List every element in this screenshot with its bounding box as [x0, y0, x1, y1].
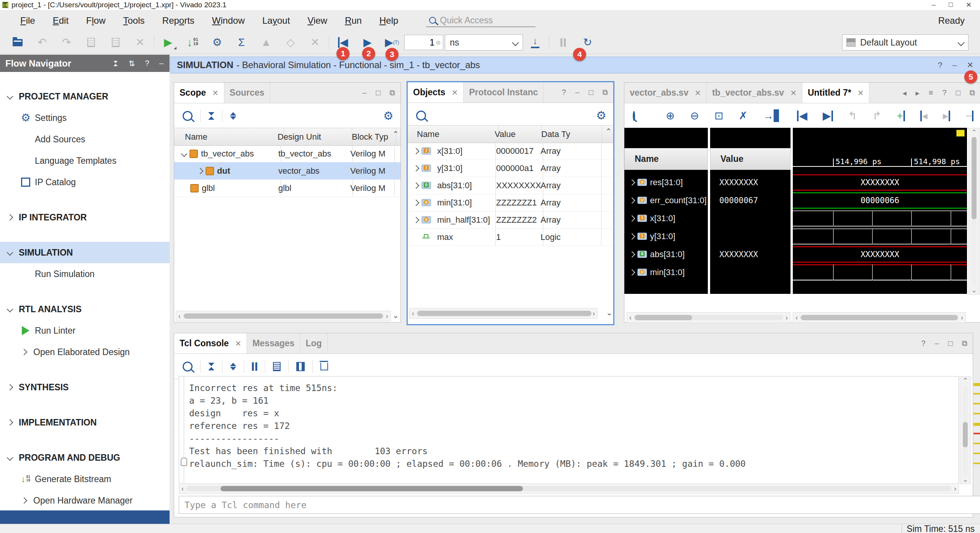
console-hscrollbar[interactable]: ‹› [179, 483, 959, 494]
marker-yellow-thick[interactable] [973, 423, 980, 426]
nav-section-header-ip-integrator[interactable]: IP INTEGRATOR [0, 207, 170, 228]
minimize-icon[interactable]: – [935, 339, 939, 348]
wave-signal-name[interactable]: y[31:0] [624, 227, 708, 245]
close-icon[interactable]: ✕ [212, 88, 219, 98]
cancel-disabled-button[interactable]: ✕ [303, 34, 327, 51]
objects-row-min_half[31:0][interactable]: min_half[31:0] ZZZZZZZ2 Array [408, 211, 613, 229]
objects-row-min[31:0][interactable]: min[31:0] ZZZZZZZ1 Array [408, 194, 613, 212]
nav-section-header-synthesis[interactable]: SYNTHESIS [0, 377, 170, 398]
column-header[interactable]: Data Ty [536, 126, 602, 143]
expand-all-icon[interactable] [230, 363, 236, 370]
collapse-all-icon[interactable] [208, 363, 214, 370]
menu-icon[interactable]: ≡ [929, 88, 933, 97]
tab-sources[interactable]: Sources [224, 83, 270, 103]
marker-yellow[interactable] [973, 453, 980, 454]
next-tab-icon[interactable]: ▸ [916, 88, 920, 98]
settings-gear-button[interactable]: ⚙ [205, 34, 229, 51]
scroll-down-icon[interactable]: ⌄ [606, 308, 612, 317]
next-transition-icon[interactable]: ▶ [823, 111, 833, 121]
close-icon[interactable]: ✕ [790, 88, 797, 98]
close-icon[interactable]: ✕ [694, 88, 701, 98]
marker-yellow[interactable] [973, 403, 980, 404]
chevron-icon[interactable] [181, 150, 188, 157]
tab-tcl-console[interactable]: Tcl Console✕ [174, 333, 247, 354]
tcl-command-input[interactable] [179, 496, 980, 514]
menu-edit[interactable]: Edit [44, 13, 77, 28]
menu-run[interactable]: Run [336, 13, 371, 28]
help-icon[interactable]: ? [921, 339, 925, 348]
layout-select[interactable]: Default Layout [842, 34, 969, 51]
wave-signal-name[interactable]: x[31:0] [624, 209, 708, 227]
redo-wave-icon[interactable]: ↱ [872, 111, 881, 121]
step-button[interactable]: ↓ [523, 34, 547, 51]
window-close-icon[interactable]: ✕ [966, 1, 972, 9]
column-header[interactable]: Name [408, 126, 499, 143]
minimize-icon[interactable]: – [952, 60, 957, 70]
chevron-icon[interactable] [197, 168, 204, 174]
window-minimize-icon[interactable]: – [932, 1, 936, 9]
float-icon[interactable]: ⧉ [970, 88, 975, 97]
search-icon[interactable] [416, 111, 426, 121]
marker-yellow-thick[interactable] [973, 383, 980, 386]
open-project-button[interactable] [5, 34, 30, 51]
objects-row-abs[31:0][interactable]: abs[31:0] XXXXXXXX Array [408, 177, 613, 194]
float-icon[interactable]: ⧉ [962, 339, 967, 348]
marker-yellow[interactable] [973, 393, 980, 394]
validate-button[interactable]: ▲ [254, 34, 278, 51]
wave-plot-hscrollbar[interactable]: ‹› [793, 312, 966, 323]
remove-marker-icon[interactable]: − [965, 111, 973, 121]
menu-layout[interactable]: Layout [253, 13, 299, 28]
scope-row-dut[interactable]: dut vector_abs Verilog M [174, 162, 400, 180]
tab-protocol-instanc[interactable]: Protocol Instanc [464, 82, 544, 103]
search-icon[interactable] [183, 111, 193, 121]
wave-row-min[31:0][interactable] [793, 263, 967, 281]
maximize-icon[interactable]: □ [589, 88, 593, 97]
menu-flow[interactable]: Flow [77, 13, 114, 28]
help-icon[interactable]: ? [942, 88, 947, 97]
wave-row-y[31:0][interactable] [793, 227, 967, 245]
tab-untitled-7-[interactable]: Untitled 7*✕ [802, 83, 870, 103]
help-icon[interactable]: ? [562, 88, 566, 97]
float-icon[interactable]: ⧉ [390, 88, 395, 97]
column-header[interactable]: Name [174, 128, 284, 145]
wave-signal-name[interactable]: min[31:0] [624, 263, 708, 281]
float-icon[interactable]: ⧉ [603, 88, 608, 97]
nav-item-run-simulation[interactable]: Run Simulation [0, 263, 170, 285]
chevron-right-icon[interactable] [413, 182, 420, 189]
scroll-down-icon[interactable]: ⌄ [392, 311, 399, 320]
close-icon[interactable]: ✕ [235, 339, 242, 348]
undo-button[interactable]: ↶ [30, 34, 54, 51]
wave-row-abs[31:0][interactable]: XXXXXXXX [793, 245, 967, 263]
menu-help[interactable]: Help [371, 13, 407, 28]
nav-section-header-rtl-analysis[interactable]: RTL ANALYSIS [0, 298, 170, 320]
tab-log[interactable]: Log [300, 333, 327, 354]
scroll-up-icon[interactable]: ⌃ [392, 129, 399, 139]
wave-signal-name[interactable]: res[31:0] [624, 173, 708, 191]
scope-row-tb_vector_abs[interactable]: tb_vector_abs tb_vector_abs Verilog M [174, 145, 400, 163]
collapse-all-icon[interactable] [113, 61, 118, 66]
jump-first-icon[interactable]: ◂ [920, 111, 928, 121]
maximize-icon[interactable]: □ [376, 88, 381, 97]
prev-transition-icon[interactable]: ◀ [797, 111, 807, 121]
wave-row-err_count[31:0][interactable]: 00000066 [793, 191, 967, 209]
delete-button[interactable]: ✕ [128, 34, 152, 51]
expand-collapse-icon[interactable]: ⇅ [129, 59, 135, 68]
zoom-fit-icon[interactable]: ⊡ [714, 111, 723, 121]
jump-last-icon[interactable]: ▸ [943, 111, 950, 121]
chevron-right-icon[interactable] [413, 148, 420, 154]
tab-objects[interactable]: Objects✕ [408, 82, 464, 103]
tab-scope[interactable]: Scope✕ [174, 83, 224, 103]
objects-row-x[31:0][interactable]: x[31:0] 00000017 Array [408, 142, 613, 160]
settings-gear-icon[interactable]: ⚙ [596, 110, 613, 121]
chevron-right-icon[interactable] [413, 217, 420, 223]
pause-button[interactable] [551, 34, 575, 51]
nav-item-open-elaborated-design[interactable]: Open Elaborated Design [0, 341, 170, 363]
column-header[interactable]: Design Unit [273, 128, 352, 145]
scope-hscrollbar[interactable]: ‹› [176, 311, 391, 321]
menu-window[interactable]: Window [203, 13, 253, 28]
expand-all-icon[interactable] [230, 112, 236, 120]
objects-row-max[interactable]: max 1 Logic [408, 228, 613, 246]
nav-item-open-hardware-manager[interactable]: Open Hardware Manager [0, 490, 170, 510]
maximize-icon[interactable]: □ [948, 339, 953, 348]
menu-reports[interactable]: Reports [154, 13, 203, 28]
